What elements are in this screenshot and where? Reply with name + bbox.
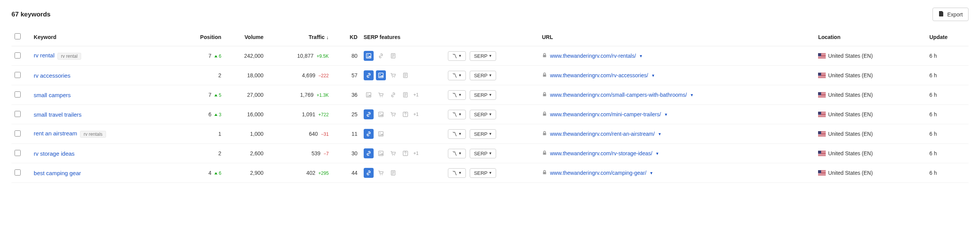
url-link[interactable]: www.thewanderingrv.com/rv-rentals/ — [550, 53, 636, 59]
serp-link-icon[interactable] — [388, 90, 398, 100]
serp-more-count[interactable]: +1 — [413, 151, 419, 156]
col-update[interactable]: Update — [926, 29, 969, 46]
serp-image-icon[interactable] — [376, 129, 386, 139]
url-dropdown[interactable]: ▼ — [650, 171, 653, 175]
serp-button[interactable]: SERP ▼ — [470, 51, 496, 61]
chart-button[interactable]: 〽▼ — [448, 149, 466, 158]
svg-rect-13 — [379, 112, 383, 117]
kd-value: 57 — [351, 72, 358, 78]
serp-button[interactable]: SERP ▼ — [470, 90, 496, 100]
position-delta: 6 — [214, 171, 221, 176]
url-dropdown[interactable]: ▼ — [651, 73, 655, 78]
keyword-link[interactable]: rv storage ideas — [34, 150, 75, 157]
serp-question-icon[interactable] — [400, 109, 410, 119]
row-checkbox[interactable] — [15, 150, 21, 156]
url-dropdown[interactable]: ▼ — [664, 112, 668, 117]
chart-button[interactable]: 〽▼ — [448, 51, 466, 61]
url-dropdown[interactable]: ▼ — [655, 151, 659, 156]
serp-page-icon[interactable] — [388, 51, 398, 61]
svg-point-6 — [394, 77, 395, 78]
serp-image-icon[interactable] — [364, 90, 374, 100]
serp-cart-icon[interactable] — [388, 148, 398, 158]
col-position[interactable]: Position — [180, 29, 224, 46]
serp-question-icon[interactable] — [400, 148, 410, 158]
col-url[interactable]: URL — [539, 29, 815, 46]
download-icon — [938, 11, 944, 18]
serp-image-icon[interactable] — [376, 109, 386, 119]
col-traffic[interactable]: Traffic↓ — [266, 29, 332, 46]
chart-button[interactable]: 〽▼ — [448, 71, 466, 80]
serp-image-icon[interactable] — [364, 51, 374, 61]
row-checkbox[interactable] — [15, 169, 21, 176]
row-checkbox[interactable] — [15, 52, 21, 59]
url-dropdown[interactable]: ▼ — [690, 93, 694, 97]
select-all-checkbox[interactable] — [15, 33, 21, 39]
serp-link-icon[interactable] — [364, 109, 374, 119]
keyword-link[interactable]: rv accessories — [34, 72, 70, 79]
serp-link-icon[interactable] — [364, 70, 374, 80]
table-row: rent an airstreamrv rentals11,000640 −31… — [11, 124, 969, 144]
serp-link-icon[interactable] — [376, 51, 386, 61]
col-serp-features[interactable]: SERP features — [361, 29, 445, 46]
update-value: 6 h — [929, 131, 937, 137]
lock-icon — [542, 72, 547, 78]
serp-link-icon[interactable] — [364, 148, 374, 158]
keyword-link[interactable]: small travel trailers — [34, 111, 82, 118]
keyword-link[interactable]: rent an airstream — [34, 130, 77, 137]
serp-link-icon[interactable] — [364, 168, 374, 178]
chevron-down-icon: ▼ — [489, 112, 492, 116]
export-button[interactable]: Export — [933, 8, 969, 21]
traffic-value: 539 — [312, 150, 320, 156]
table-row: small campers7 527,0001,769 +1.3K36+1 〽▼… — [11, 85, 969, 105]
serp-page-icon[interactable] — [400, 70, 410, 80]
serp-button[interactable]: SERP ▼ — [470, 168, 496, 178]
chart-button[interactable]: 〽▼ — [448, 110, 466, 119]
table-row: rv accessories218,0004,699 −22257 〽▼ SER… — [11, 66, 969, 85]
chart-button[interactable]: 〽▼ — [448, 168, 466, 178]
chevron-down-icon: ▼ — [489, 54, 492, 58]
col-location[interactable]: Location — [815, 29, 926, 46]
row-checkbox[interactable] — [15, 111, 21, 117]
serp-image-icon[interactable] — [376, 148, 386, 158]
url-dropdown[interactable]: ▼ — [639, 54, 643, 58]
serp-cart-icon[interactable] — [388, 70, 398, 80]
svg-point-14 — [379, 113, 381, 114]
serp-cart-icon[interactable] — [388, 109, 398, 119]
serp-more-count[interactable]: +1 — [413, 112, 419, 117]
row-checkbox[interactable] — [15, 130, 21, 137]
col-keyword[interactable]: Keyword — [31, 29, 180, 46]
keyword-link[interactable]: rv rental — [34, 52, 54, 59]
serp-more-count[interactable]: +1 — [413, 92, 419, 98]
serp-cart-icon[interactable] — [376, 168, 386, 178]
chart-button[interactable]: 〽▼ — [448, 129, 466, 139]
serp-button[interactable]: SERP ▼ — [470, 71, 496, 80]
chart-button[interactable]: 〽▼ — [448, 90, 466, 100]
serp-link-icon[interactable] — [364, 129, 374, 139]
serp-button[interactable]: SERP ▼ — [470, 129, 496, 139]
serp-button[interactable]: SERP ▼ — [470, 149, 496, 158]
svg-point-23 — [392, 155, 393, 156]
row-checkbox[interactable] — [15, 91, 21, 98]
serp-button[interactable]: SERP ▼ — [470, 110, 496, 119]
serp-cart-icon[interactable] — [376, 90, 386, 100]
url-link[interactable]: www.thewanderingrv.com/rv-accessories/ — [550, 72, 648, 78]
url-link[interactable]: www.thewanderingrv.com/rent-an-airstream… — [550, 131, 655, 137]
serp-page-icon[interactable] — [388, 168, 398, 178]
position-value: 4 — [208, 170, 211, 176]
url-link[interactable]: www.thewanderingrv.com/small-campers-wit… — [550, 92, 687, 98]
sort-desc-icon: ↓ — [326, 34, 329, 40]
keyword-link[interactable]: best camping gear — [34, 170, 81, 176]
svg-point-18 — [405, 116, 406, 116]
col-kd[interactable]: KD — [332, 29, 361, 46]
serp-page-icon[interactable] — [400, 90, 410, 100]
chevron-down-icon: ▼ — [458, 112, 462, 116]
serp-image-icon[interactable] — [376, 70, 386, 80]
url-dropdown[interactable]: ▼ — [658, 132, 662, 136]
url-link[interactable]: www.thewanderingrv.com/camping-gear/ — [550, 170, 647, 176]
col-volume[interactable]: Volume — [224, 29, 266, 46]
url-link[interactable]: www.thewanderingrv.com/rv-storage-ideas/ — [550, 150, 652, 156]
chevron-down-icon: ▼ — [458, 132, 462, 136]
keyword-link[interactable]: small campers — [34, 92, 71, 98]
row-checkbox[interactable] — [15, 72, 21, 78]
url-link[interactable]: www.thewanderingrv.com/mini-camper-trail… — [550, 111, 661, 117]
